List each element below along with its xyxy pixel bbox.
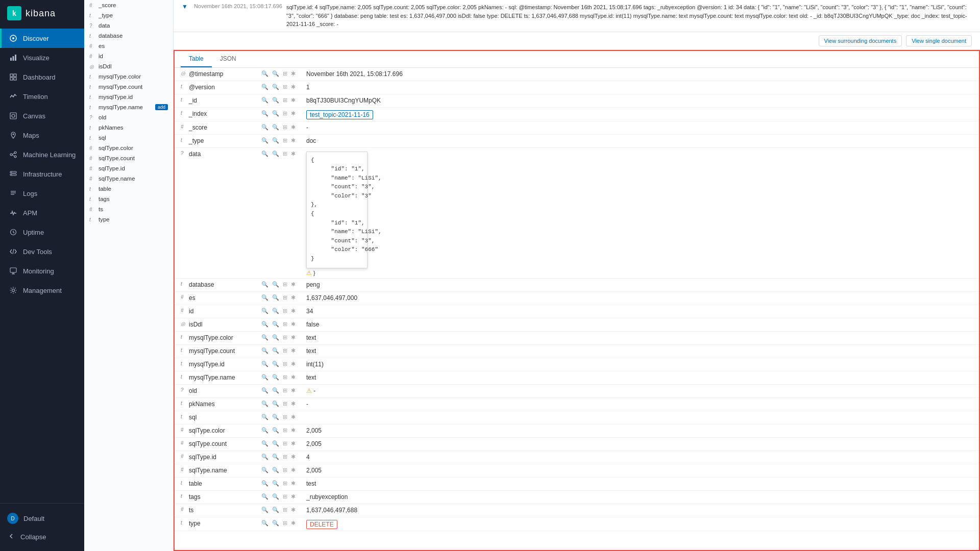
filter-exists-icon[interactable]: ✱ xyxy=(290,110,297,117)
filter-plus-icon[interactable]: 🔍 xyxy=(260,294,270,301)
filter-exists-icon[interactable]: ✱ xyxy=(290,480,297,487)
field-item[interactable]: #_score xyxy=(84,0,173,10)
filter-plus-icon[interactable]: 🔍 xyxy=(260,480,270,487)
sidebar-item-infrastructure[interactable]: Infrastructure xyxy=(0,164,84,184)
filter-exists-icon[interactable]: ✱ xyxy=(290,334,297,341)
filter-minus-icon[interactable]: 🔍 xyxy=(271,480,280,487)
filter-plus-icon[interactable]: 🔍 xyxy=(260,467,270,473)
sidebar-item-devtools[interactable]: Dev Tools xyxy=(0,242,84,261)
sidebar-item-discover[interactable]: Discover xyxy=(0,29,84,48)
filter-exists-icon[interactable]: ✱ xyxy=(290,520,297,527)
toggle-column-icon[interactable]: ⊞ xyxy=(282,427,288,434)
toggle-column-icon[interactable]: ⊞ xyxy=(282,281,288,288)
field-item[interactable]: #sqlType.id xyxy=(84,163,173,173)
toggle-column-icon[interactable]: ⊞ xyxy=(282,480,288,487)
sidebar-item-logs[interactable]: Logs xyxy=(0,184,84,203)
sidebar-item-canvas[interactable]: Canvas xyxy=(0,106,84,126)
filter-minus-icon[interactable]: 🔍 xyxy=(271,414,280,420)
view-single-button[interactable]: View single document xyxy=(906,35,972,46)
filter-exists-icon[interactable]: ✱ xyxy=(290,400,297,407)
filter-minus-icon[interactable]: 🔍 xyxy=(271,493,280,500)
sidebar-item-dashboard[interactable]: Dashboard xyxy=(0,67,84,87)
expand-arrow-icon[interactable]: ▼ xyxy=(182,3,188,10)
tab-table[interactable]: Table xyxy=(181,51,212,67)
filter-exists-icon[interactable]: ✱ xyxy=(290,84,297,90)
filter-minus-icon[interactable]: 🔍 xyxy=(271,520,280,527)
filter-minus-icon[interactable]: 🔍 xyxy=(271,110,280,117)
filter-exists-icon[interactable]: ✱ xyxy=(290,281,297,288)
filter-exists-icon[interactable]: ✱ xyxy=(290,97,297,104)
filter-minus-icon[interactable]: 🔍 xyxy=(271,387,280,394)
field-item[interactable]: tmysqlType.nameadd xyxy=(84,102,173,112)
filter-plus-icon[interactable]: 🔍 xyxy=(260,520,270,527)
filter-minus-icon[interactable]: 🔍 xyxy=(271,70,280,77)
filter-exists-icon[interactable]: ✱ xyxy=(290,454,297,460)
field-item[interactable]: ?data xyxy=(84,20,173,31)
sidebar-item-timelion[interactable]: Timelion xyxy=(0,87,84,106)
filter-plus-icon[interactable]: 🔍 xyxy=(260,334,270,341)
filter-exists-icon[interactable]: ✱ xyxy=(290,70,297,77)
filter-minus-icon[interactable]: 🔍 xyxy=(271,374,280,381)
sidebar-item-monitoring[interactable]: Monitoring xyxy=(0,261,84,281)
filter-exists-icon[interactable]: ✱ xyxy=(290,137,297,144)
filter-minus-icon[interactable]: 🔍 xyxy=(271,507,280,513)
filter-plus-icon[interactable]: 🔍 xyxy=(260,281,270,288)
sidebar-item-apm[interactable]: APM xyxy=(0,203,84,222)
field-item[interactable]: tmysqlType.color xyxy=(84,71,173,82)
filter-exists-icon[interactable]: ✱ xyxy=(290,374,297,381)
filter-plus-icon[interactable]: 🔍 xyxy=(260,84,270,90)
filter-plus-icon[interactable]: 🔍 xyxy=(260,151,270,157)
toggle-column-icon[interactable]: ⊞ xyxy=(282,493,288,500)
toggle-column-icon[interactable]: ⊞ xyxy=(282,347,288,354)
toggle-column-icon[interactable]: ⊞ xyxy=(282,70,288,77)
filter-plus-icon[interactable]: 🔍 xyxy=(260,374,270,381)
logo[interactable]: k kibana xyxy=(0,0,84,27)
toggle-column-icon[interactable]: ⊞ xyxy=(282,414,288,420)
filter-plus-icon[interactable]: 🔍 xyxy=(260,387,270,394)
sidebar-item-ml[interactable]: Machine Learning xyxy=(0,145,84,164)
toggle-column-icon[interactable]: ⊞ xyxy=(282,124,288,131)
sidebar-item-management[interactable]: Management xyxy=(0,281,84,300)
filter-plus-icon[interactable]: 🔍 xyxy=(260,454,270,460)
filter-plus-icon[interactable]: 🔍 xyxy=(260,70,270,77)
field-item[interactable]: ttype xyxy=(84,214,173,224)
user-item[interactable]: D Default xyxy=(7,509,77,528)
filter-minus-icon[interactable]: 🔍 xyxy=(271,308,280,314)
filter-minus-icon[interactable]: 🔍 xyxy=(271,97,280,104)
field-item[interactable]: #id xyxy=(84,51,173,61)
toggle-column-icon[interactable]: ⊞ xyxy=(282,151,288,157)
filter-plus-icon[interactable]: 🔍 xyxy=(260,361,270,367)
filter-plus-icon[interactable]: 🔍 xyxy=(260,321,270,328)
filter-plus-icon[interactable]: 🔍 xyxy=(260,137,270,144)
toggle-column-icon[interactable]: ⊞ xyxy=(282,294,288,301)
sidebar-item-visualize[interactable]: Visualize xyxy=(0,48,84,67)
filter-plus-icon[interactable]: 🔍 xyxy=(260,507,270,513)
field-item[interactable]: ttable xyxy=(84,184,173,194)
toggle-column-icon[interactable]: ⊞ xyxy=(282,440,288,447)
filter-minus-icon[interactable]: 🔍 xyxy=(271,334,280,341)
filter-exists-icon[interactable]: ✱ xyxy=(290,427,297,434)
toggle-column-icon[interactable]: ⊞ xyxy=(282,308,288,314)
toggle-column-icon[interactable]: ⊞ xyxy=(282,110,288,117)
toggle-column-icon[interactable]: ⊞ xyxy=(282,97,288,104)
filter-plus-icon[interactable]: 🔍 xyxy=(260,308,270,314)
filter-minus-icon[interactable]: 🔍 xyxy=(271,151,280,157)
toggle-column-icon[interactable]: ⊞ xyxy=(282,334,288,341)
toggle-column-icon[interactable]: ⊞ xyxy=(282,400,288,407)
filter-plus-icon[interactable]: 🔍 xyxy=(260,400,270,407)
filter-minus-icon[interactable]: 🔍 xyxy=(271,321,280,328)
filter-minus-icon[interactable]: 🔍 xyxy=(271,84,280,90)
field-item[interactable]: tsql xyxy=(84,133,173,143)
filter-exists-icon[interactable]: ✱ xyxy=(290,387,297,394)
field-item[interactable]: tmysqlType.id xyxy=(84,92,173,102)
filter-minus-icon[interactable]: 🔍 xyxy=(271,440,280,447)
field-item[interactable]: t_type xyxy=(84,10,173,20)
filter-exists-icon[interactable]: ✱ xyxy=(290,361,297,367)
field-item[interactable]: ◎isDdl xyxy=(84,61,173,71)
filter-plus-icon[interactable]: 🔍 xyxy=(260,97,270,104)
filter-minus-icon[interactable]: 🔍 xyxy=(271,124,280,131)
sidebar-item-maps[interactable]: Maps xyxy=(0,126,84,145)
field-item[interactable]: #es xyxy=(84,41,173,51)
view-surrounding-button[interactable]: View surrounding documents xyxy=(819,35,902,46)
filter-minus-icon[interactable]: 🔍 xyxy=(271,137,280,144)
